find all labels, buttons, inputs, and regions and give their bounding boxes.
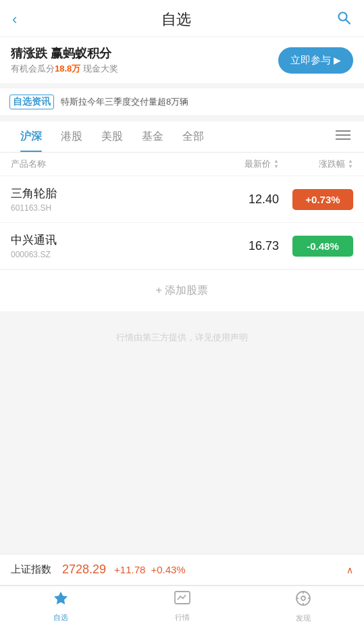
index-name: 上证指数 <box>11 563 51 576</box>
stock-code: 601163.SH <box>11 203 198 213</box>
header: ‹ 自选 <box>0 0 364 37</box>
banner-subtitle: 有机会瓜分18.8万 现金大奖 <box>11 63 118 75</box>
svg-line-1 <box>346 20 350 24</box>
table-row[interactable]: 中兴通讯 000063.SZ 16.73 -0.48% <box>0 223 364 269</box>
tab-bar: 沪深 港股 美股 基金 全部 <box>0 122 364 153</box>
svg-point-8 <box>301 596 305 600</box>
discover-icon <box>294 590 312 611</box>
nav-item-market[interactable]: 行情 <box>122 586 243 627</box>
add-stock-button[interactable]: + 添加股票 <box>0 269 364 311</box>
stock-code: 000063.SZ <box>11 250 198 259</box>
price-sort-icon[interactable]: ▲▼ <box>274 159 279 169</box>
index-change2: +0.43% <box>151 564 185 575</box>
chart-icon <box>174 590 191 610</box>
stock-change: +0.73% <box>279 189 353 210</box>
disclaimer: 行情由第三方提供，详见使用声明 <box>0 311 364 357</box>
index-arrow-icon[interactable]: ∧ <box>346 565 353 575</box>
stock-info: 三角轮胎 601163.SH <box>11 186 198 213</box>
index-change1: +11.78 <box>114 564 145 575</box>
col-change-header: 涨跌幅 ▲▼ <box>279 158 353 170</box>
search-icon[interactable] <box>336 9 352 30</box>
stock-change: -0.48% <box>279 236 353 257</box>
stock-name: 中兴通讯 <box>11 232 198 248</box>
tab-fund[interactable]: 基金 <box>132 122 173 152</box>
back-icon[interactable]: ‹ <box>12 11 17 28</box>
star-icon <box>53 590 69 610</box>
nav-label-discover: 发现 <box>296 613 311 623</box>
nav-label-market: 行情 <box>175 612 190 623</box>
banner-participate-button[interactable]: 立即参与 ▶ <box>278 47 353 74</box>
stock-price: 16.73 <box>198 239 279 253</box>
index-bar[interactable]: 上证指数 2728.29 +11.78 +0.43% ∧ <box>0 554 364 585</box>
news-logo: 自选资讯 <box>9 95 54 109</box>
stock-info: 中兴通讯 000063.SZ <box>11 232 198 259</box>
tab-all[interactable]: 全部 <box>173 122 213 152</box>
change-badge-up: +0.73% <box>292 189 353 210</box>
nav-item-discover[interactable]: 发现 <box>242 585 364 627</box>
col-price-header: 最新价 ▲▼ <box>198 158 279 170</box>
stock-name: 三角轮胎 <box>11 186 198 201</box>
banner: 猜涨跌 赢蚂蚁积分 有机会瓜分18.8万 现金大奖 立即参与 ▶ <box>0 37 364 83</box>
stock-price: 12.40 <box>198 192 279 207</box>
tab-hkstock[interactable]: 港股 <box>51 122 92 152</box>
change-badge-down: -0.48% <box>292 236 353 257</box>
nav-item-watchlist[interactable]: 自选 <box>0 586 122 627</box>
banner-title: 猜涨跌 赢蚂蚁积分 <box>11 45 118 61</box>
news-text: 特斯拉今年三季度交付量超8万辆 <box>61 96 188 108</box>
news-ticker[interactable]: 自选资讯 特斯拉今年三季度交付量超8万辆 <box>0 88 364 116</box>
svg-point-0 <box>338 13 346 21</box>
tab-usstock[interactable]: 美股 <box>92 122 132 152</box>
bottom-nav: 自选 行情 发现 <box>0 585 364 626</box>
stock-table: 产品名称 最新价 ▲▼ 涨跌幅 ▲▼ 三角轮胎 601163.SH 12.40 … <box>0 153 364 311</box>
page-title: 自选 <box>161 9 191 30</box>
tab-menu-icon[interactable] <box>333 124 353 149</box>
tab-shanghai-shenzhen[interactable]: 沪深 <box>11 122 51 152</box>
table-header: 产品名称 最新价 ▲▼ 涨跌幅 ▲▼ <box>0 153 364 176</box>
index-value: 2728.29 <box>62 563 106 577</box>
svg-marker-5 <box>54 592 68 604</box>
change-sort-icon[interactable]: ▲▼ <box>348 159 353 169</box>
table-row[interactable]: 三角轮胎 601163.SH 12.40 +0.73% <box>0 176 364 223</box>
nav-label-watchlist: 自选 <box>53 612 68 623</box>
col-name-header: 产品名称 <box>11 158 198 170</box>
banner-text: 猜涨跌 赢蚂蚁积分 有机会瓜分18.8万 现金大奖 <box>11 45 118 75</box>
banner-arrow-icon: ▶ <box>334 55 341 66</box>
